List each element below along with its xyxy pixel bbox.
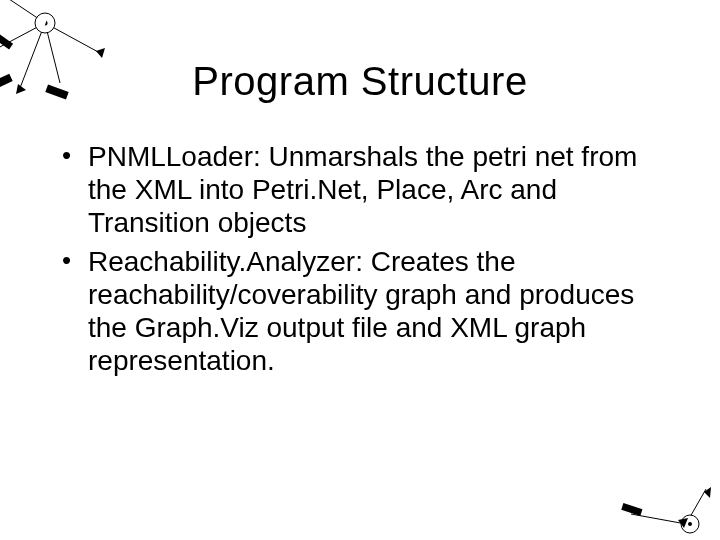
svg-line-0: [0, 0, 45, 23]
svg-line-1: [45, 23, 100, 53]
svg-point-5: [35, 13, 55, 33]
svg-point-6: [43, 21, 48, 26]
bullet-item: PNMLLoader: Unmarshals the petri net fro…: [58, 140, 668, 239]
slide-title: Program Structure: [0, 59, 720, 104]
svg-marker-12: [38, 16, 48, 28]
svg-rect-15: [621, 503, 642, 516]
bullet-list: PNMLLoader: Unmarshals the petri net fro…: [58, 140, 668, 377]
svg-point-17: [688, 522, 692, 526]
svg-point-16: [681, 515, 699, 533]
slide-body: PNMLLoader: Unmarshals the petri net fro…: [58, 140, 668, 383]
svg-marker-10: [96, 48, 105, 58]
svg-line-3: [0, 23, 45, 48]
petri-net-decoration-bottom-right: [616, 474, 716, 540]
svg-marker-18: [678, 518, 688, 528]
svg-marker-19: [704, 487, 711, 498]
svg-rect-9: [0, 33, 13, 49]
svg-line-13: [631, 514, 686, 524]
slide: Program Structure PNMLLoader: Unmarshals…: [0, 0, 720, 540]
bullet-item: Reachability.Analyzer: Creates the reach…: [58, 245, 668, 377]
svg-line-14: [686, 489, 706, 524]
